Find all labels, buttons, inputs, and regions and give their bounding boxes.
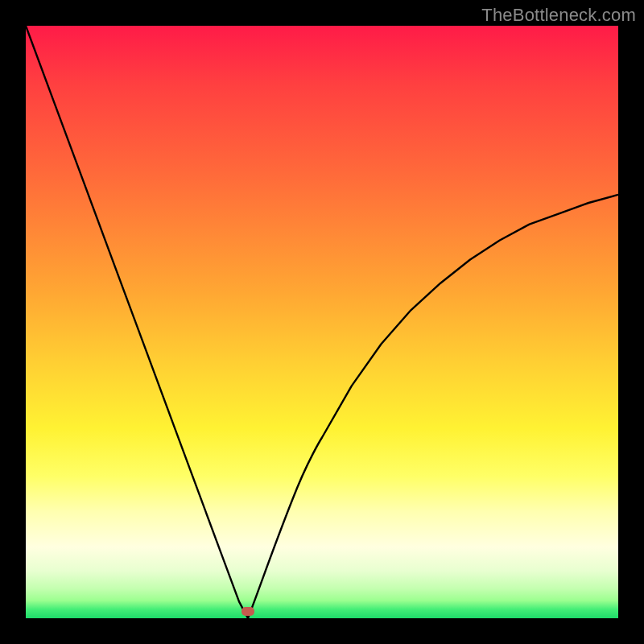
- watermark-text: TheBottleneck.com: [481, 5, 636, 26]
- curve-path: [26, 26, 618, 618]
- bottleneck-curve: [26, 26, 618, 618]
- chart-plot-area: [26, 26, 618, 618]
- chart-frame: TheBottleneck.com: [0, 0, 644, 644]
- optimal-marker: [242, 607, 254, 616]
